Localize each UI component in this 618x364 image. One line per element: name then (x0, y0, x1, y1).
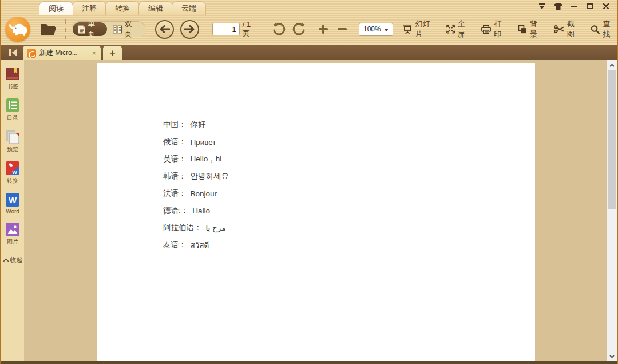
doc-line-russian: 俄语：Привет (163, 133, 229, 151)
chevron-down-icon (384, 29, 389, 31)
document-text-block: 中国：你好 俄语：Привет 英语：Hello，hi 韩语：안녕하세요 法语：… (163, 116, 229, 254)
left-sidebar: 书签 目录 预览 (1, 60, 24, 361)
pdf-reader-window: 阅读 注释 转换 编辑 云端 (0, 0, 618, 364)
svg-text:W: W (12, 169, 17, 175)
open-folder-icon (40, 22, 58, 37)
document-tab-app-icon (27, 49, 36, 58)
find-button[interactable]: 查找 (591, 19, 617, 39)
arrow-right-icon (184, 25, 195, 33)
fullscreen-label: 全屏 (458, 19, 472, 39)
sidebar-item-preview[interactable]: 预览 (5, 129, 20, 153)
double-page-button[interactable]: 双页 (107, 22, 144, 36)
slideshow-icon (403, 25, 412, 34)
single-page-button[interactable]: 单页 (73, 22, 107, 36)
document-viewport[interactable]: 中国：你好 俄语：Привет 英语：Hello，hi 韩语：안녕하세요 法语：… (24, 60, 607, 361)
pdf-to-word-icon: W (5, 161, 20, 176)
next-page-button[interactable] (180, 20, 199, 39)
rotate-ccw-icon (272, 22, 286, 36)
page-number-input[interactable] (212, 23, 240, 35)
ribbon-tab-cloud[interactable]: 云端 (172, 1, 206, 15)
menu-dropdown-icon[interactable] (537, 2, 547, 10)
sidebar-item-label: 书签 (7, 82, 18, 90)
window-controls (537, 2, 611, 10)
toc-icon (5, 98, 20, 113)
vertical-scrollbar[interactable] (607, 60, 617, 361)
sidebar-item-label: 预览 (7, 145, 18, 153)
screenshot-button[interactable]: 截图 (554, 19, 581, 39)
toolbar: 单页 双页 (1, 15, 617, 43)
background-button[interactable]: 背景 (518, 19, 544, 39)
preview-icon (5, 129, 20, 144)
search-icon (591, 25, 600, 34)
doc-line-thai: 泰语：สวัสดี (163, 236, 229, 254)
rotate-left-button[interactable] (272, 22, 286, 36)
plus-icon (318, 23, 329, 35)
app-logo-elephant-icon[interactable] (5, 17, 30, 42)
document-tab-title: 新建 Micro... (39, 48, 88, 58)
ribbon-tab-edit[interactable]: 编辑 (138, 1, 173, 15)
doc-line-arabic: 阿拉伯语：مرح با (163, 219, 229, 236)
ribbon-tab-annotate[interactable]: 注释 (72, 1, 106, 15)
zoom-in-button[interactable] (318, 23, 329, 35)
print-button[interactable]: 打印 (481, 19, 508, 39)
scroll-up-button[interactable] (607, 60, 617, 70)
doc-line-korean: 韩语：안녕하세요 (163, 168, 229, 185)
zoom-out-button[interactable] (336, 23, 348, 35)
sidebar-item-toc[interactable]: 目录 (5, 98, 20, 122)
single-page-icon (78, 25, 85, 34)
sidebar-collapse-button[interactable]: 收起 (3, 256, 23, 264)
ribbon-tab-convert[interactable]: 转换 (105, 1, 140, 15)
sidebar-item-images[interactable]: 图片 (5, 222, 20, 246)
word-icon: W (5, 192, 20, 207)
sidebar-collapse-label: 收起 (10, 256, 23, 264)
toolbar-divider (65, 19, 66, 39)
arrow-left-icon (159, 25, 170, 33)
hide-sidebar-button[interactable] (6, 47, 19, 58)
sidebar-item-label: 目录 (7, 114, 18, 122)
zoom-level-dropdown[interactable]: 100% (359, 23, 393, 36)
ribbon-tab-label: 云端 (181, 3, 196, 14)
close-button[interactable] (601, 2, 611, 10)
sidebar-item-bookmarks[interactable]: 书签 (5, 66, 20, 90)
chevron-up-icon (609, 64, 615, 67)
double-page-icon (113, 25, 122, 34)
double-page-label: 双页 (125, 19, 138, 39)
ribbon-tab-read[interactable]: 阅读 (39, 1, 73, 15)
minimize-button[interactable] (569, 2, 579, 10)
document-tab-close-icon[interactable]: × (91, 49, 97, 57)
image-icon (5, 222, 20, 237)
previous-page-button[interactable] (155, 20, 174, 39)
doc-line-chinese: 中国：你好 (163, 116, 229, 133)
svg-text:W: W (9, 195, 17, 205)
new-tab-button[interactable]: + (103, 46, 122, 60)
chevron-up-icon (3, 258, 9, 262)
rotate-right-button[interactable] (292, 22, 306, 36)
open-file-button[interactable] (40, 22, 58, 37)
window-bottom-border (1, 361, 617, 364)
scrollbar-thumb[interactable] (608, 70, 616, 209)
fullscreen-icon (446, 25, 455, 34)
bookmark-icon (5, 66, 20, 81)
print-label: 打印 (494, 19, 508, 39)
ribbon-tab-label: 注释 (82, 3, 97, 14)
scroll-down-button[interactable] (607, 351, 617, 361)
fullscreen-button[interactable]: 全屏 (446, 19, 472, 39)
maximize-button[interactable] (585, 2, 595, 10)
document-tab[interactable]: 新建 Micro... × (23, 46, 101, 60)
main-area: 书签 目录 预览 (1, 60, 617, 361)
background-label: 背景 (530, 19, 544, 39)
top-bar: 阅读 注释 转换 编辑 云端 (1, 0, 617, 45)
find-label: 查找 (603, 19, 617, 39)
slideshow-label: 幻灯片 (415, 19, 437, 39)
chevron-down-icon (609, 355, 615, 358)
page-total-label: / 1页 (243, 20, 258, 39)
sidebar-item-convert[interactable]: W 转换 (5, 161, 20, 185)
sidebar-item-word[interactable]: W Word (5, 192, 20, 215)
ribbon-tab-label: 阅读 (49, 3, 64, 14)
skin-shirt-icon[interactable] (553, 2, 563, 10)
slideshow-button[interactable]: 幻灯片 (403, 19, 436, 39)
doc-line-english: 英语：Hello，hi (163, 151, 229, 168)
minus-icon (336, 23, 348, 35)
single-page-label: 单页 (88, 19, 101, 39)
doc-line-german: 德语:：Hallo (163, 202, 229, 219)
